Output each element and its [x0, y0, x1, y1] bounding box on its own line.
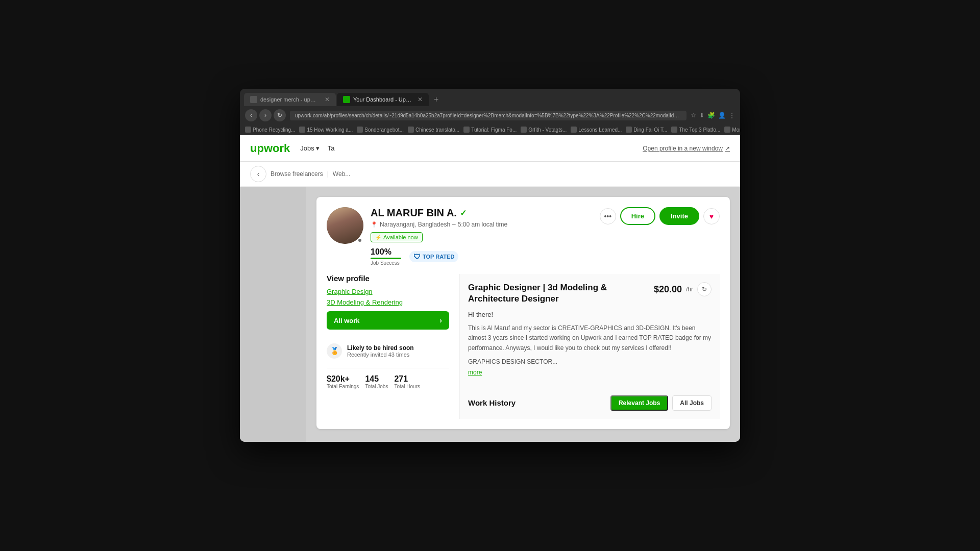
- likely-hired-sub: Recently invited 43 times: [347, 352, 414, 358]
- timezone-text: 5:00 am local time: [458, 221, 507, 228]
- stat-jobs-value: 145: [365, 374, 379, 384]
- rate-unit: /hr: [686, 286, 693, 293]
- open-profile-link[interactable]: Open profile in a new window ↗: [643, 145, 730, 152]
- work-history-header: Work History Relevant Jobs All Jobs: [468, 395, 712, 411]
- likely-hired-section: 🏅 Likely to be hired soon Recently invit…: [327, 338, 449, 364]
- bookmark-6[interactable]: Grfith - Votagts...: [521, 127, 567, 133]
- likely-hired-text: Likely to be hired soon Recently invited…: [347, 344, 414, 358]
- category-3d-modeling[interactable]: 3D Modeling & Rendering: [327, 298, 449, 306]
- bookmark-favicon-8: [626, 127, 632, 133]
- bookmark-1[interactable]: Phone Recycling...: [245, 127, 295, 133]
- favorite-button[interactable]: ♥: [703, 208, 720, 224]
- bookmark-favicon-3: [357, 127, 363, 133]
- bio-text: This is Al Maruf and my sector is CREATI…: [468, 323, 712, 353]
- hire-button[interactable]: Hire: [620, 207, 655, 225]
- talent-label: Ta: [328, 144, 335, 152]
- work-history-title: Work History: [468, 398, 516, 407]
- job-success: 100% Job Success: [371, 247, 401, 266]
- extension-icon[interactable]: 🧩: [707, 112, 715, 119]
- jobs-label: Jobs: [300, 144, 314, 152]
- profile-icon[interactable]: 👤: [718, 112, 726, 119]
- menu-icon[interactable]: ⋮: [729, 112, 735, 119]
- likely-hired-main: Likely to be hired soon: [347, 344, 414, 352]
- bookmark-favicon-4: [408, 127, 414, 133]
- work-history-tabs: Relevant Jobs All Jobs: [610, 395, 712, 411]
- back-arrow-button[interactable]: ‹: [250, 166, 266, 182]
- profile-panel: AL MARUF BIN A. ✓ 📍 Narayanganj, Banglad…: [306, 187, 740, 442]
- greeting-text: Hi there!: [468, 311, 712, 318]
- stat-earnings-value: $20k+: [327, 374, 350, 384]
- online-indicator: [357, 238, 362, 243]
- more-link[interactable]: more: [468, 369, 482, 376]
- profile-info-section: AL MARUF BIN A. ✓ 📍 Narayanganj, Banglad…: [363, 207, 600, 266]
- browser-actions: ☆ ⬇ 🧩 👤 ⋮: [691, 112, 735, 119]
- job-success-bar: [371, 258, 401, 259]
- breadcrumb-item-1[interactable]: Browse freelancers: [271, 170, 323, 178]
- all-jobs-tab[interactable]: All Jobs: [672, 395, 712, 411]
- all-work-button[interactable]: All work ›: [327, 311, 449, 330]
- bookmark-9[interactable]: The Top 3 Platfo...: [671, 127, 720, 133]
- bookmark-icon[interactable]: ☆: [691, 112, 696, 119]
- browser-window: designer merch - upwork ✕ Your Dashboard…: [240, 89, 740, 442]
- category-graphic-design[interactable]: Graphic Design: [327, 288, 449, 295]
- location-text: Narayanganj, Bangladesh: [380, 221, 450, 228]
- hourly-rate: $20.00: [654, 284, 682, 295]
- header-nav-talent[interactable]: Ta: [328, 144, 335, 152]
- stat-hours-value: 271: [394, 374, 408, 384]
- bookmark-2[interactable]: 15 How Working a...: [299, 127, 353, 133]
- tab-1[interactable]: designer merch - upwork ✕: [244, 93, 336, 106]
- download-icon[interactable]: ⬇: [699, 112, 704, 119]
- bookmark-7[interactable]: Lessons Learned...: [571, 127, 622, 133]
- bookmark-favicon-10: [724, 127, 730, 133]
- right-panel: Graphic Designer | 3d Modeling & Archite…: [459, 274, 720, 419]
- reload-button[interactable]: ↻: [274, 109, 286, 121]
- avatar-container: [327, 207, 363, 244]
- bookmark-favicon-6: [521, 127, 527, 133]
- tab-bar: designer merch - upwork ✕ Your Dashboard…: [240, 89, 740, 106]
- invite-button[interactable]: Invite: [659, 207, 699, 225]
- bookmarks-bar: Phone Recycling... 15 How Working a... S…: [240, 124, 740, 135]
- tab-close-2[interactable]: ✕: [418, 96, 423, 103]
- breadcrumb-separator: |: [327, 170, 329, 178]
- main-layout: AL MARUF BIN A. ✓ 📍 Narayanganj, Banglad…: [240, 187, 740, 442]
- url-bar[interactable]: upwork.com/ab/profiles/search/ch/details…: [290, 111, 687, 120]
- lightning-icon: ⚡: [375, 235, 381, 240]
- bookmark-favicon-5: [463, 127, 470, 133]
- stat-earnings: $20k+ Total Earnings: [327, 374, 359, 389]
- more-options-button[interactable]: •••: [600, 208, 616, 224]
- profile-name: AL MARUF BIN A. ✓: [371, 207, 600, 219]
- bookmark-label-7: Lessons Learned...: [578, 127, 622, 133]
- all-work-label: All work: [334, 317, 360, 324]
- bookmark-8[interactable]: Ding Fai Oi T...: [626, 127, 667, 133]
- location-separator: –: [452, 221, 456, 228]
- edit-rate-button[interactable]: ↻: [697, 282, 712, 296]
- bookmark-10[interactable]: Money Changes E...: [724, 127, 740, 133]
- breadcrumb-item-2[interactable]: Web...: [333, 170, 350, 178]
- jobs-chevron-icon: ▾: [316, 144, 320, 152]
- shield-icon: 🛡: [413, 253, 421, 261]
- bookmark-favicon-7: [571, 127, 577, 133]
- nav-buttons: ‹ › ↻: [245, 109, 286, 121]
- back-button[interactable]: ‹: [245, 109, 257, 121]
- bookmark-label-6: Grfith - Votagts...: [528, 127, 567, 133]
- breadcrumb-bar: ‹ Browse freelancers | Web...: [240, 162, 740, 187]
- bookmark-4[interactable]: Chinese translato...: [408, 127, 459, 133]
- bookmark-5[interactable]: Tutorial: Figma Fo...: [463, 127, 517, 133]
- stat-hours-label: Total Hours: [394, 384, 420, 389]
- chevron-right-icon: ›: [439, 316, 442, 324]
- job-success-value: 100%: [371, 247, 401, 257]
- bookmark-label-8: Ding Fai Oi T...: [633, 127, 667, 133]
- relevant-jobs-tab[interactable]: Relevant Jobs: [610, 395, 668, 411]
- tab-close-1[interactable]: ✕: [325, 96, 330, 103]
- sidebar-panel: [240, 187, 306, 442]
- header-nav-jobs[interactable]: Jobs ▾: [300, 144, 319, 152]
- forward-button[interactable]: ›: [259, 109, 272, 121]
- tab-add-button[interactable]: +: [430, 93, 443, 106]
- available-label: Available now: [383, 234, 418, 240]
- work-history-section: Work History Relevant Jobs All Jobs: [468, 387, 712, 411]
- rate-section: $20.00 /hr ↻: [654, 282, 712, 296]
- bookmark-3[interactable]: Sonderangebot...: [357, 127, 404, 133]
- bookmark-label-9: The Top 3 Platfo...: [679, 127, 720, 133]
- tab-2[interactable]: Your Dashboard - Upwork ✕: [337, 93, 429, 106]
- upwork-logo[interactable]: upwork: [250, 142, 290, 155]
